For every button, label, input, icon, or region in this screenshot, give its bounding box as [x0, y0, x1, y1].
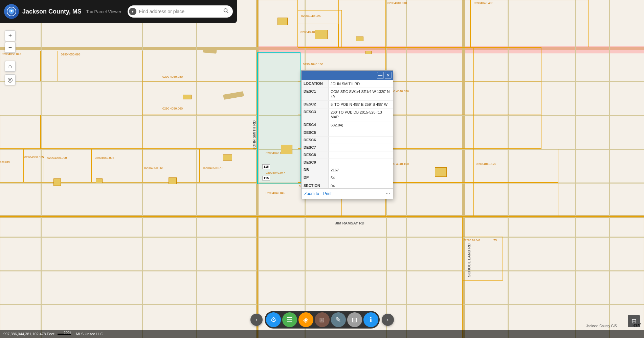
status-bar: 997,386,044,381,102.478 Feet 200ft MLS U…: [0, 330, 644, 338]
building: [183, 95, 192, 99]
popup-field-key: DESC1: [302, 88, 329, 100]
parcel[interactable]: [474, 47, 541, 81]
toolbar-layers-button[interactable]: ◈: [298, 312, 313, 327]
toolbar-list-button[interactable]: ☰: [282, 312, 297, 327]
building: [169, 177, 177, 184]
parcel[interactable]: [386, 183, 474, 216]
parcel-label: 02904050.070: [203, 166, 223, 170]
parcel[interactable]: [142, 115, 257, 149]
popup-minimize-button[interactable]: —: [377, 72, 384, 79]
search-dropdown-label: ▾: [132, 9, 134, 14]
parcel[interactable]: [474, 115, 541, 149]
scale-bar: 200ft: [58, 334, 71, 335]
home-button[interactable]: ⌂: [5, 61, 16, 72]
toolbar-info-button[interactable]: ℹ: [363, 312, 378, 327]
parcel-label: 02904040.400: [474, 1, 493, 5]
parcel-label: 0290 4040.100: [303, 63, 323, 66]
parcel[interactable]: [386, 115, 474, 149]
zoom-in-button[interactable]: +: [5, 30, 16, 41]
popup-field-key: SECTION: [302, 182, 329, 188]
parcel-label: 02904050.055: [24, 155, 44, 159]
parcel[interactable]: [142, 81, 257, 115]
toolbar-edit-button[interactable]: ✎: [331, 312, 346, 327]
parcel-label: 02904040.045: [266, 191, 285, 195]
popup-header: — ✕: [302, 71, 393, 80]
parcel[interactable]: [0, 115, 41, 149]
scale-text: 200ft: [58, 332, 72, 336]
parcel[interactable]: [474, 149, 558, 183]
toolbar-next-button[interactable]: ›: [382, 314, 394, 326]
popup-row: DESC6: [302, 137, 393, 144]
popup-field-value: [329, 144, 393, 151]
parcel-number-115-1: 115: [262, 164, 270, 169]
building: [365, 51, 372, 54]
popup-field-value: 04: [329, 182, 393, 188]
popup-field-value: 260' TO POB DB 2015-528 (13 MAP: [329, 108, 393, 121]
print-link[interactable]: Print: [323, 191, 332, 196]
scale-value: 200ft: [64, 331, 71, 335]
parcel[interactable]: [91, 149, 142, 183]
search-button[interactable]: [222, 7, 230, 16]
parcel-label: 02904050.098: [61, 53, 81, 56]
popup-field-value: [329, 151, 393, 159]
parcel[interactable]: [0, 149, 24, 183]
location-button[interactable]: ◎: [5, 74, 16, 85]
parcel[interactable]: [386, 149, 474, 183]
parcel[interactable]: [386, 81, 474, 115]
toolbar-filter-button[interactable]: ⚙: [266, 312, 281, 327]
popup-field-key: DESC9: [302, 159, 329, 166]
popup-row: DESC5: [302, 129, 393, 137]
parcel[interactable]: [24, 149, 44, 183]
search-dropdown[interactable]: ▾: [129, 8, 136, 15]
bottom-toolbar: ‹ ⚙☰◈⊞✎⊟ℹ ›: [250, 311, 394, 329]
parcel[interactable]: [470, 0, 589, 47]
company-text: MLS Unitco LLC: [76, 332, 103, 336]
popup-field-value: 2167: [329, 166, 393, 174]
popup-field-key: DESC6: [302, 137, 329, 144]
parcel-area-lower-right[interactable]: [462, 216, 644, 338]
toolbar-print-button[interactable]: ⊟: [347, 312, 362, 327]
header: Jackson County, MS Tax Parcel Viewer ▾: [0, 0, 237, 23]
search-container: ▾: [128, 5, 233, 18]
popup-close-button[interactable]: ✕: [385, 72, 392, 79]
popup-field-key: DESC5: [302, 129, 329, 136]
parcel[interactable]: [474, 81, 541, 115]
building: [277, 18, 288, 25]
search-input[interactable]: [136, 9, 222, 14]
parcel[interactable]: [200, 149, 257, 183]
popup-body[interactable]: LOCATIONJOHN SMITH RDDESC1COM SEC SW1/4 …: [302, 80, 393, 188]
popup-field-value: [329, 159, 393, 166]
map[interactable]: 02904050.047 02904050.098 0290 4050.080 …: [0, 0, 644, 338]
parcel-label: 02904040.010: [387, 1, 407, 5]
toolbar-prev-button[interactable]: ‹: [250, 314, 263, 326]
zoom-to-link[interactable]: Zoom to: [304, 191, 319, 196]
parcel-area-lower-left[interactable]: [0, 216, 257, 338]
popup-row: DESC9: [302, 159, 393, 166]
parcel[interactable]: [474, 183, 558, 216]
parcel[interactable]: [386, 47, 474, 81]
popup-field-key: DESC8: [302, 151, 329, 159]
popup-field-key: DESC4: [302, 121, 329, 129]
popup-row: DP54: [302, 174, 393, 182]
popup: — ✕ LOCATIONJOHN SMITH RDDESC1COM SEC SW…: [301, 70, 393, 199]
parcel[interactable]: [386, 0, 470, 47]
zoom-out-button[interactable]: −: [5, 42, 16, 53]
parcel[interactable]: [142, 51, 257, 81]
parcel[interactable]: [44, 149, 91, 183]
svg-point-1: [10, 10, 13, 12]
parcel-label: 0290 4050.080: [162, 75, 183, 78]
parcel[interactable]: [41, 115, 142, 149]
popup-row: DESC7: [302, 144, 393, 151]
building: [96, 178, 103, 183]
building: [53, 178, 61, 186]
more-options[interactable]: ···: [386, 191, 390, 197]
parcel-label: 02904050.061: [144, 166, 164, 170]
parcel-label: 02904050.095: [95, 156, 114, 160]
zoom-controls: + −: [5, 30, 16, 53]
toolbar-basemap-button[interactable]: ⊞: [315, 312, 330, 327]
popup-field-value: 5' TO POB N 495' E 259' S 495' W: [329, 101, 393, 108]
gis-attribution: Jackson County GIS: [586, 324, 617, 328]
popup-row: DESC1COM SEC SW1/4 SE1/4 W 1320' N 49: [302, 88, 393, 101]
parcel-label: 02904040.047: [266, 171, 285, 174]
popup-field-key: DESC7: [302, 144, 329, 151]
